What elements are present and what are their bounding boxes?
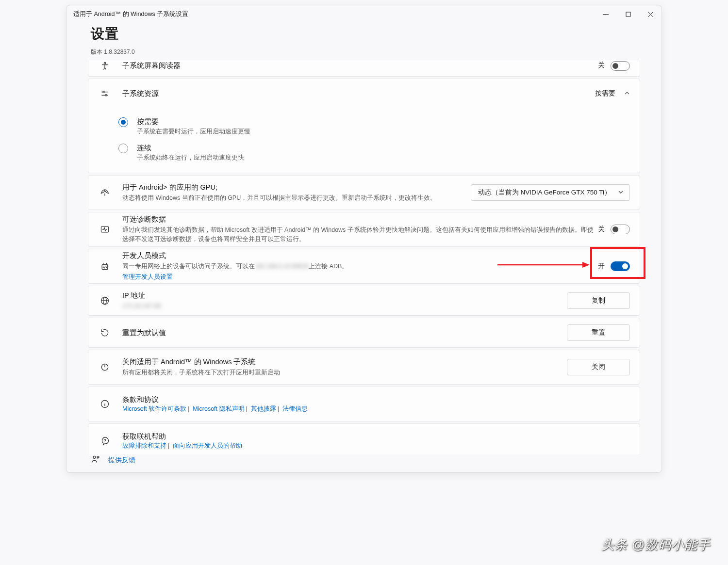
option-desc: 子系统始终在运行，应用启动速度更快 xyxy=(137,154,244,162)
chevron-down-icon xyxy=(618,189,624,196)
row-title: 条款和协议 xyxy=(122,395,630,404)
resources-option-continuous[interactable]: 连续 子系统始终在运行，应用启动速度更快 xyxy=(118,140,630,166)
shutdown-button[interactable]: 关闭 xyxy=(567,359,630,375)
sliders-icon xyxy=(98,89,112,98)
row-screenreader[interactable]: 子系统屏幕阅读器 关 xyxy=(88,60,640,77)
row-gpu: 用于 Android> 的应用的 GPU; 动态将使用 Windows 当前正在… xyxy=(88,175,640,210)
row-desc: 同一专用网络上的设备可以访问子系统。可以在192.168.0.10:58526上… xyxy=(122,262,598,271)
screenreader-toggle[interactable] xyxy=(611,61,630,71)
row-desc: 动态将使用 Windows 当前正在使用的 GPU，并且可以根据主显示器进行更改… xyxy=(122,194,471,203)
row-title: 可选诊断数据 xyxy=(122,215,598,224)
row-diagnostics: 可选诊断数据 通过向我们发送其他诊断数据，帮助 Microsoft 改进适用于 … xyxy=(88,212,640,247)
row-reset: 重置为默认值 重置 xyxy=(88,318,640,348)
copy-button[interactable]: 复制 xyxy=(567,292,630,309)
dev-desc-a: 同一专用网络上的设备可以访问子系统。可以在 xyxy=(122,263,255,270)
feedback-link[interactable]: 提供反馈 xyxy=(108,456,135,465)
toggle-label: 关 xyxy=(598,225,605,234)
reset-button[interactable]: 重置 xyxy=(567,324,630,341)
close-button[interactable] xyxy=(639,5,662,23)
row-title: 开发人员模式 xyxy=(122,251,598,260)
option-desc: 子系统在需要时运行，应用启动速度更慢 xyxy=(137,128,250,136)
row-desc: 所有应用都将关闭，子系统将在下次打开应用时重新启动 xyxy=(122,368,567,377)
row-title: 用于 Android> 的应用的 GPU; xyxy=(122,183,471,192)
row-ip-address: IP 地址 172.20.247.66 复制 xyxy=(88,286,640,316)
copy-button-label: 复制 xyxy=(592,296,605,305)
terms-links: Microsoft 软件许可条款| Microsoft 隐私声明| 其他披露| … xyxy=(122,404,630,413)
manage-dev-settings-link[interactable]: 管理开发人员设置 xyxy=(122,274,173,280)
toggle-label: 开 xyxy=(598,262,605,271)
terms-link-privacy[interactable]: Microsoft 隐私声明 xyxy=(193,405,244,412)
gpu-select[interactable]: 动态（当前为 NVIDIA GeForce GTX 750 Ti） xyxy=(471,184,630,201)
app-window: 适用于 Android™ 的 Windows 子系统设置 设置 版本 1.8.3… xyxy=(66,5,662,473)
svg-point-8 xyxy=(105,95,107,96)
radio-icon xyxy=(118,117,128,127)
help-icon xyxy=(98,436,112,446)
terms-link-legal[interactable]: 法律信息 xyxy=(282,405,308,412)
page-title: 设置 xyxy=(91,25,637,43)
reset-icon xyxy=(98,328,112,338)
shutdown-button-label: 关闭 xyxy=(592,363,605,371)
svg-point-6 xyxy=(103,91,104,93)
option-title: 连续 xyxy=(137,144,244,153)
toggle-label: 关 xyxy=(598,61,605,70)
accessibility-icon xyxy=(98,61,112,71)
minimize-button[interactable] xyxy=(595,5,617,23)
footer: 提供反馈 xyxy=(66,454,662,472)
row-shutdown: 关闭适用于 Android™ 的 Windows 子系统 所有应用都将关闭，子系… xyxy=(88,350,640,385)
radio-icon xyxy=(118,144,128,153)
performance-icon xyxy=(98,188,112,197)
resources-option-ondemand[interactable]: 按需要 子系统在需要时运行，应用启动速度更慢 xyxy=(118,113,630,140)
version-label: 版本 1.8.32837.0 xyxy=(91,48,637,56)
row-title: 子系统屏幕阅读器 xyxy=(122,61,598,70)
terms-link-disclosure[interactable]: 其他披露 xyxy=(251,405,276,412)
dev-ip-blurred: 192.168.0.10:58526 xyxy=(255,263,309,270)
row-resources[interactable]: 子系统资源 按需要 xyxy=(88,79,640,109)
row-title: 获取联机帮助 xyxy=(122,432,630,441)
row-title: IP 地址 xyxy=(122,291,567,300)
gpu-select-value: 动态（当前为 NVIDIA GeForce GTX 750 Ti） xyxy=(478,188,611,197)
window-controls xyxy=(595,5,662,23)
heartbeat-icon xyxy=(98,225,112,234)
diagnostics-toggle[interactable] xyxy=(611,225,630,234)
maximize-button[interactable] xyxy=(617,5,639,23)
svg-point-4 xyxy=(104,63,105,64)
settings-body: 子系统屏幕阅读器 关 子系统资源 按需要 按需要 子系统在需要时运行，应用启动速… xyxy=(66,60,662,454)
dev-desc-b: 上连接 ADB。 xyxy=(309,263,348,270)
help-links: 故障排除和支持| 面向应用开发人员的帮助 xyxy=(122,441,630,450)
resources-value: 按需要 xyxy=(595,89,615,98)
ip-value: 172.20.247.66 xyxy=(122,302,567,311)
watermark: 头条 @数码小能手 xyxy=(601,536,711,553)
info-icon xyxy=(98,399,112,409)
terms-link-license[interactable]: Microsoft 软件许可条款 xyxy=(122,405,186,412)
globe-icon xyxy=(98,296,112,306)
help-link-devhelp[interactable]: 面向应用开发人员的帮助 xyxy=(173,442,242,449)
row-terms: 条款和协议 Microsoft 软件许可条款| Microsoft 隐私声明| … xyxy=(88,387,640,421)
developer-icon xyxy=(98,261,112,271)
window-title: 适用于 Android™ 的 Windows 子系统设置 xyxy=(73,10,188,18)
chevron-up-icon xyxy=(624,90,630,97)
page-header: 设置 版本 1.8.32837.0 xyxy=(66,23,662,60)
row-developer-mode: 开发人员模式 同一专用网络上的设备可以访问子系统。可以在192.168.0.10… xyxy=(88,249,640,284)
svg-point-20 xyxy=(93,456,96,458)
row-title: 子系统资源 xyxy=(122,89,595,98)
power-icon xyxy=(98,362,112,372)
help-link-troubleshoot[interactable]: 故障排除和支持 xyxy=(122,442,166,449)
developer-mode-toggle[interactable] xyxy=(611,261,630,271)
feedback-icon xyxy=(91,454,100,466)
row-help: 获取联机帮助 故障排除和支持| 面向应用开发人员的帮助 xyxy=(88,423,640,454)
resources-radio-group: 按需要 子系统在需要时运行，应用启动速度更慢 连续 子系统始终在运行，应用启动速… xyxy=(88,107,640,173)
option-title: 按需要 xyxy=(137,117,250,127)
svg-rect-1 xyxy=(626,12,630,16)
row-desc: 通过向我们发送其他诊断数据，帮助 Microsoft 改进适用于 Android… xyxy=(122,226,598,244)
row-title: 关闭适用于 Android™ 的 Windows 子系统 xyxy=(122,357,567,367)
row-title: 重置为默认值 xyxy=(122,328,567,338)
reset-button-label: 重置 xyxy=(592,328,605,337)
titlebar: 适用于 Android™ 的 Windows 子系统设置 xyxy=(66,5,662,23)
